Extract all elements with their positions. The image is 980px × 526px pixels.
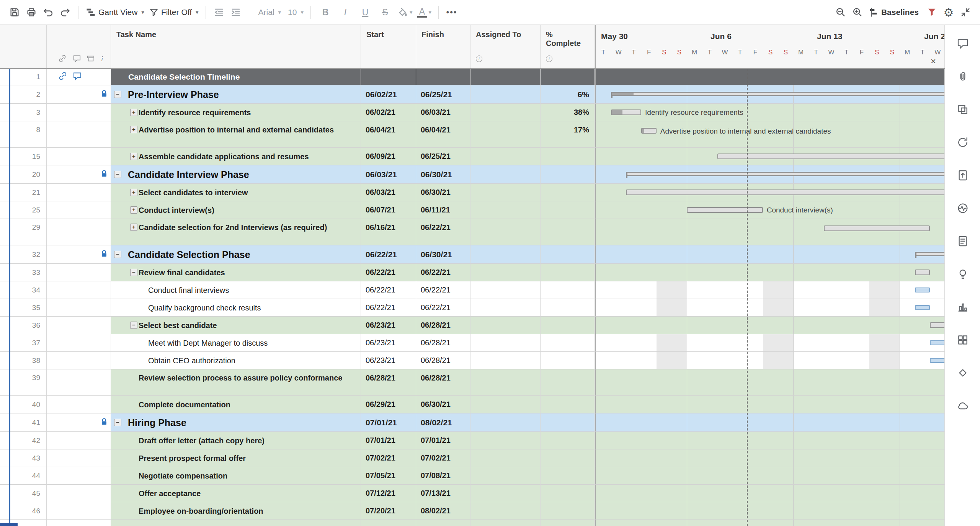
pct-complete-cell[interactable]	[541, 245, 595, 264]
task-bar[interactable]	[611, 109, 641, 115]
update-requests-button[interactable]	[956, 136, 969, 149]
start-date-cell[interactable]: 06/28/21	[361, 369, 416, 396]
sheet-row[interactable]: 38Obtain CEO authorization06/23/2106/28/…	[0, 352, 945, 369]
start-date-cell[interactable]: 06/22/21	[361, 281, 416, 299]
start-date-cell[interactable]: 06/03/21	[361, 165, 416, 184]
pct-complete-cell[interactable]	[541, 219, 595, 245]
sheet-row[interactable]: 43Present prospect formal offer07/02/210…	[0, 449, 945, 467]
task-name-cell[interactable]: Negotiate compensation	[111, 467, 361, 485]
sheet-row[interactable]: 25+Conduct interview(s)06/07/2106/11/21C…	[0, 201, 945, 219]
pct-complete-cell[interactable]	[541, 201, 595, 219]
info-icon[interactable]: i	[546, 56, 552, 62]
task-bar[interactable]	[717, 154, 945, 159]
start-date-cell[interactable]: 06/22/21	[361, 245, 416, 264]
start-date-cell[interactable]: 06/03/21	[361, 184, 416, 201]
task-name-cell[interactable]: Obtain CEO authorization	[111, 352, 361, 369]
pct-complete-cell[interactable]	[541, 334, 595, 352]
start-date-cell[interactable]: 06/23/21	[361, 352, 416, 369]
start-date-cell[interactable]: 06/04/21	[361, 121, 416, 148]
close-icon[interactable]: ×	[931, 57, 936, 66]
task-name-column-header[interactable]: Task Name	[111, 25, 361, 68]
task-name-cell[interactable]: −Review final candidates	[111, 264, 361, 281]
finish-date-cell[interactable]: 06/11/21	[416, 201, 470, 219]
pct-complete-cell[interactable]: 17%	[541, 121, 595, 148]
save-button[interactable]	[6, 3, 23, 21]
collapse-toggle[interactable]: −	[130, 322, 137, 329]
charts-button[interactable]	[956, 301, 969, 314]
conversations-button[interactable]	[956, 37, 969, 50]
row-number[interactable]: 45	[9, 485, 47, 502]
task-name-cell[interactable]: +Assemble candidate applications and res…	[111, 148, 361, 165]
pct-complete-cell[interactable]	[541, 317, 595, 334]
finish-date-cell[interactable]: 06/28/21	[416, 334, 470, 352]
task-name-cell[interactable]: +Select candidates to interview	[111, 184, 361, 201]
pct-complete-cell[interactable]	[541, 299, 595, 317]
baselines-button[interactable]: Baselines	[866, 3, 923, 21]
task-name-cell[interactable]: +Candidate selection for 2nd Interviews …	[111, 219, 361, 245]
task-name-cell[interactable]: +Advertise position to internal and exte…	[111, 121, 361, 148]
blue-bar[interactable]	[915, 305, 930, 310]
expand-toggle[interactable]: +	[130, 153, 137, 160]
sheet-row[interactable]: 40Complete documentation06/29/2106/30/21	[0, 396, 945, 413]
row-number[interactable]: 1	[9, 69, 47, 85]
sheet-row[interactable]: 41−Hiring Phase07/01/2108/02/21	[0, 413, 945, 432]
finish-date-cell[interactable]: 08/02/21	[416, 413, 470, 432]
indent-button[interactable]	[227, 3, 244, 21]
task-name-cell[interactable]: +Identify resource requirements	[111, 104, 361, 121]
row-number[interactable]: 36	[9, 317, 47, 334]
sheet-row[interactable]: 1Candidate Selection Timeline	[0, 69, 945, 85]
finish-date-cell[interactable]: 06/22/21	[416, 281, 470, 299]
task-name-cell[interactable]: −Hiring Phase	[111, 413, 361, 432]
sheet-summary-button[interactable]	[956, 235, 969, 248]
start-date-cell[interactable]: 07/05/21	[361, 467, 416, 485]
sheet-row[interactable]: 2−Pre-Interview Phase06/02/2106/25/216%	[0, 85, 945, 104]
finish-date-cell[interactable]: 06/03/21	[416, 104, 470, 121]
pct-complete-column-header[interactable]: % Complete i	[541, 25, 595, 68]
start-date-cell[interactable]: 06/16/21	[361, 219, 416, 245]
expand-toggle[interactable]: +	[130, 126, 137, 133]
pct-complete-cell[interactable]: 6%	[541, 85, 595, 104]
row-number[interactable]: 37	[9, 334, 47, 352]
row-number[interactable]: 8	[9, 121, 47, 148]
start-date-cell[interactable]: 07/12/21	[361, 485, 416, 502]
assigned-to-cell[interactable]	[470, 369, 541, 396]
finish-date-cell[interactable]: 06/22/21	[416, 264, 470, 281]
expand-toggle[interactable]: +	[130, 224, 137, 231]
bold-button[interactable]: B	[315, 3, 335, 21]
settings-button[interactable]: ⚙	[940, 3, 957, 21]
start-date-cell[interactable]: 06/02/21	[361, 104, 416, 121]
view-selector[interactable]: Gantt View ▾	[83, 3, 147, 21]
row-number[interactable]: 25	[9, 201, 47, 219]
finish-date-cell[interactable]: 06/04/21	[416, 121, 470, 148]
finish-date-cell[interactable]: 07/02/21	[416, 449, 470, 467]
task-bar[interactable]	[930, 322, 945, 328]
assigned-to-cell[interactable]	[470, 467, 541, 485]
assigned-to-cell[interactable]	[470, 334, 541, 352]
start-column-header[interactable]: Start	[361, 25, 416, 68]
task-name-cell[interactable]: −Pre-Interview Phase	[111, 85, 361, 104]
task-name-cell[interactable]: Conduct final interviews	[111, 281, 361, 299]
task-name-cell[interactable]: Complete documentation	[111, 396, 361, 413]
assigned-to-cell[interactable]	[470, 352, 541, 369]
blue-bar[interactable]	[930, 358, 945, 363]
task-bar[interactable]	[641, 128, 657, 134]
row-number[interactable]: 41	[9, 413, 47, 432]
pct-complete-cell[interactable]	[541, 520, 595, 526]
finish-date-cell[interactable]: 06/22/21	[416, 219, 470, 245]
finish-date-cell[interactable]: 06/25/21	[416, 85, 470, 104]
expand-toggle[interactable]: +	[130, 109, 137, 116]
task-name-cell[interactable]	[111, 520, 361, 526]
pct-complete-cell[interactable]	[541, 467, 595, 485]
row-number[interactable]: 44	[9, 467, 47, 485]
pct-complete-cell[interactable]	[541, 184, 595, 201]
print-button[interactable]	[23, 3, 40, 21]
row-number[interactable]: 35	[9, 299, 47, 317]
strikethrough-button[interactable]: S	[375, 3, 395, 21]
assigned-to-cell[interactable]	[470, 281, 541, 299]
start-date-cell[interactable]: 06/22/21	[361, 264, 416, 281]
assigned-to-cell[interactable]	[470, 413, 541, 432]
assigned-to-cell[interactable]	[470, 432, 541, 449]
sheet-row[interactable]: 8+Advertise position to internal and ext…	[0, 121, 945, 148]
sheet-row[interactable]: 39Review selection process to assure pol…	[0, 369, 945, 396]
sheet-row[interactable]	[0, 520, 945, 526]
